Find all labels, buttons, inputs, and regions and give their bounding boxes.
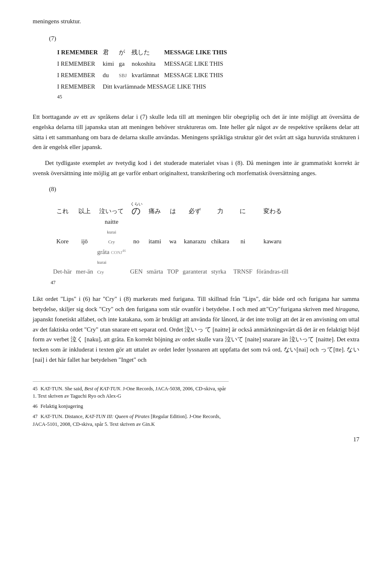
example8-table: これ 以上 泣いって くらい の 痛み は 必ず 力 に 変わる Kore — [53, 201, 292, 277]
jp-cell-itami: 痛み — [147, 201, 167, 216]
cry-label-1: kuraiCry — [107, 229, 116, 244]
jp-cell-kawaru: 変わる — [256, 201, 292, 216]
fn47-num: 47 — [33, 414, 38, 419]
gloss-trnsf: TRNSF — [233, 247, 256, 277]
para3-rest: japanskt fonetiskt alfabet, och inte kat… — [33, 316, 359, 363]
ex7-row1-col4: 残した — [131, 47, 164, 58]
example8-footnote: 47 — [51, 278, 359, 287]
footnote-47: 47 KAT-TUN. Distance, KAT-TUN III: Queen… — [33, 413, 229, 428]
jp-cell-kanarazu: 必ず — [183, 201, 211, 216]
example7-table: I REMEMBER 君 が 残した MESSAGE LIKE THIS I R… — [57, 47, 232, 105]
body-para-2: Det tydligaste exemplet av tvetydig kod … — [33, 158, 359, 178]
ex7-row2-col1: I REMEMBER — [57, 58, 103, 69]
cry-label-2: kuraiCry — [97, 260, 107, 274]
rom-naitte: naitte kuraiCry — [97, 216, 130, 247]
gloss-gen: GEN — [130, 247, 147, 277]
example7-label: (7) — [49, 33, 359, 43]
body-para-1: Ett borttagande av ett av språkens delar… — [33, 112, 359, 152]
ex7-row2-col2: kimi — [103, 58, 119, 69]
ex7-row1-col3: が — [119, 47, 131, 58]
jp-cell-ni: に — [233, 201, 256, 216]
ex7-footnote-num: 45 — [57, 92, 103, 105]
furi-text: くらい — [130, 202, 143, 206]
ex7-row2-col4: nokoshita — [131, 58, 164, 69]
body-para-3: Likt ordet "Lips" i (6) har "Cry" i (8) … — [33, 294, 359, 365]
footnotes-section: 45 KAT-TUN. She said, Best of KAT-TUN. J… — [33, 381, 229, 428]
table-row: 45 — [57, 92, 232, 105]
ex7-row3-col3: SBJ — [119, 69, 131, 81]
gloss-forandras: förändras-till — [256, 247, 292, 277]
ex7-row1-col5: MESSAGE LIKE THIS — [164, 47, 232, 58]
jp-cell-kurai: くらい の — [130, 201, 147, 216]
ex7-row2-col5: MESSAGE LIKE THIS — [164, 58, 232, 69]
table-row: I REMEMBER kimi ga nokoshita MESSAGE LIK… — [57, 58, 232, 69]
rom-itami: itami — [147, 216, 167, 247]
para3-start: Likt ordet "Lips" i (6) har "Cry" i (8) … — [33, 296, 359, 312]
page-content: meningens struktur. (7) I REMEMBER 君 が 残… — [33, 16, 359, 428]
conj-tag: CONJ46 — [111, 250, 126, 255]
jp-cell-ijo: 以上 — [76, 201, 97, 216]
rom-kanarazu: kanarazu — [183, 216, 211, 247]
fn46-num: 46 — [33, 403, 38, 409]
rom-ijo: ijō — [76, 216, 97, 247]
hiragana-italic: hiragana, — [335, 306, 359, 312]
footnote-45: 45 KAT-TUN. She said, Best of KAT-TUN. J… — [33, 385, 229, 401]
ex7-row1-col1: I REMEMBER — [57, 47, 103, 58]
rom-no: no — [130, 216, 147, 247]
ex7-row2-col3: ga — [119, 58, 131, 69]
fn45-italic: Best of KAT-TUN — [85, 386, 120, 392]
rom-wa: wa — [167, 216, 183, 247]
fn45-num: 45 — [33, 386, 38, 392]
sbj-tag: SBJ — [119, 73, 127, 78]
gloss-mer-an: mer-än — [76, 247, 97, 277]
jp-cell-wa: は — [167, 201, 183, 216]
gloss-top: TOP — [167, 247, 183, 277]
fn47-text: KAT-TUN. Distance, KAT-TUN III: Queen of… — [33, 414, 220, 427]
jp-cell-chikara: 力 — [211, 201, 233, 216]
footnote-num-47: 47 — [51, 280, 56, 285]
ex7-row3-col1: I REMEMBER — [57, 69, 103, 81]
opening-line: meningens struktur. — [33, 16, 359, 26]
furi-no: くらい の — [130, 202, 143, 216]
fn45-text: KAT-TUN. She said, Best of KAT-TUN. J-On… — [33, 386, 226, 399]
rom-ni: ni — [233, 216, 256, 247]
table-row: I REMEMBER du SBJ kvarlämnat MESSAGE LIK… — [57, 69, 232, 81]
gloss-garanterat: garanterat — [183, 247, 211, 277]
fn46-text: Felaktig konjugering — [40, 403, 83, 409]
gloss-grата: gråta CONJ46 kuraiCry — [97, 247, 130, 277]
footnote-46: 46 Felaktig konjugering — [33, 403, 229, 410]
gloss-det-har: Det-här — [53, 247, 76, 277]
ex7-row1-col2: 君 — [103, 47, 119, 58]
rom-kore: Kore — [53, 216, 76, 247]
ex7-row3-col4: kvarlämnat — [131, 69, 164, 81]
jp-cell-naitte: 泣いって — [97, 201, 130, 216]
ex7-row3-col5: MESSAGE LIKE THIS — [164, 69, 232, 81]
gloss-row: Det-här mer-än gråta CONJ46 kuraiCry GEN… — [53, 247, 292, 277]
example8-wrapper: これ 以上 泣いって くらい の 痛み は 必ず 力 に 変わる Kore — [49, 201, 359, 287]
table-row: I REMEMBER Ditt kvarlämnade MESSAGE LIKE… — [57, 81, 232, 92]
fn47-italic: KAT-TUN III: Queen of Pirates — [85, 414, 149, 419]
rom-row: Kore ijō naitte kuraiCry no itami wa kan… — [53, 216, 292, 247]
rom-kawaru: kawaru — [256, 216, 292, 247]
rom-chikara: chikara — [211, 216, 233, 247]
ex7-row4-rest: Ditt kvarlämnade MESSAGE LIKE THIS — [103, 81, 232, 92]
table-row: I REMEMBER 君 が 残した MESSAGE LIKE THIS — [57, 47, 232, 58]
jp-no: の — [131, 206, 141, 216]
footnote-num-45: 45 — [57, 94, 62, 100]
gloss-styrka: styrka — [211, 247, 233, 277]
page-number: 17 — [353, 434, 359, 444]
gloss-smarta: smärta — [147, 247, 167, 277]
ex7-row3-col2: du — [103, 69, 119, 81]
example8-label: (8) — [49, 184, 359, 194]
jp-row: これ 以上 泣いって くらい の 痛み は 必ず 力 に 変わる — [53, 201, 292, 216]
jp-cell-kore: これ — [53, 201, 76, 216]
ex7-row4-col1: I REMEMBER — [57, 81, 103, 92]
